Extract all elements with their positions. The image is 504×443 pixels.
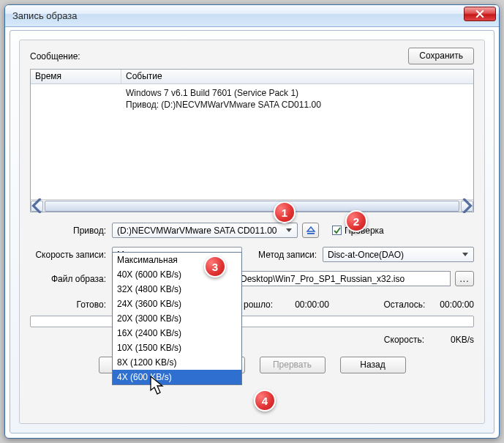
mouse-cursor-icon — [150, 376, 166, 396]
chevron-right-icon — [462, 198, 473, 213]
save-button[interactable]: Сохранить — [408, 48, 474, 64]
speed-option[interactable]: 24X (3600 KB/s) — [113, 297, 241, 311]
svg-rect-0 — [307, 233, 315, 234]
verify-checkbox[interactable] — [332, 226, 342, 235]
window-title: Запись образа — [12, 10, 77, 21]
main-panel: Сообщение: Сохранить Время Событие Windo… — [19, 40, 485, 424]
log-body: Windows 7 v6.1 Build 7601 (Service Pack … — [31, 84, 473, 199]
eject-icon — [306, 226, 316, 235]
log-hscrollbar[interactable] — [31, 199, 473, 212]
log-line: Привод: (D:)NECVMWarVMware SATA CD011.00 — [126, 99, 473, 111]
log-header: Время Событие — [31, 70, 473, 84]
drive-select[interactable]: (D:)NECVMWarVMware SATA CD011.00 — [112, 223, 298, 238]
image-file-label: Файл образа: — [30, 274, 112, 284]
client-area: Сообщение: Сохранить Время Событие Windo… — [10, 30, 494, 433]
speed-option[interactable]: 20X (3000 KB/s) — [113, 311, 241, 326]
speed-option[interactable]: 16X (2400 KB/s) — [113, 326, 241, 340]
ellipsis-icon: ... — [459, 274, 469, 284]
speed-status-value: 0KB/s — [451, 335, 474, 345]
speed-option[interactable]: 4X (600 KB/s) — [113, 370, 241, 384]
log-col-time[interactable]: Время — [31, 70, 121, 83]
speed-option[interactable]: 10X (1500 KB/s) — [113, 340, 241, 355]
log-col-event[interactable]: Событие — [121, 70, 473, 83]
remain-label: Осталось: — [384, 299, 426, 310]
write-method-select[interactable]: Disc-at-Once(DAO) — [323, 247, 474, 262]
image-file-value: Desktop\Win7_Pro_SP1_Russian_x32.iso — [241, 274, 405, 284]
close-icon — [475, 10, 484, 18]
chevron-down-icon — [284, 224, 294, 237]
drive-value: (D:)NECVMWarVMware SATA CD011.00 — [117, 226, 277, 236]
back-button[interactable]: Назад — [340, 357, 406, 373]
close-button[interactable] — [464, 7, 496, 21]
message-label: Сообщение: — [30, 51, 80, 62]
eject-button[interactable] — [302, 223, 319, 238]
annotation-1: 1 — [274, 201, 296, 223]
drive-label: Привод: — [30, 226, 112, 236]
write-method-label: Метод записи: — [242, 250, 323, 260]
browse-button[interactable]: ... — [455, 271, 474, 286]
speed-status-label: Скорость: — [384, 335, 424, 345]
progress-bar — [30, 316, 474, 327]
log-list[interactable]: Время Событие Windows 7 v6.1 Build 7601 … — [30, 69, 474, 212]
speed-option[interactable]: 8X (1200 KB/s) — [113, 355, 241, 370]
write-method-value: Disc-at-Once(DAO) — [328, 250, 404, 260]
write-speed-label: Скорость записи: — [30, 250, 112, 260]
check-icon — [334, 227, 341, 234]
elapsed-label: рошло: — [244, 299, 273, 310]
annotation-3: 3 — [204, 256, 226, 278]
remain-value: 00:00:00 — [440, 299, 474, 310]
chevron-down-icon — [460, 248, 470, 261]
scroll-thumb[interactable] — [45, 201, 459, 212]
titlebar: Запись образа — [5, 5, 499, 27]
annotation-2: 2 — [345, 210, 367, 232]
dialog-window: Запись образа Сообщение: Сохранить Время… — [4, 4, 500, 439]
scroll-track[interactable] — [43, 201, 461, 212]
speed-option[interactable]: 32X (4800 KB/s) — [113, 282, 241, 297]
log-line: Windows 7 v6.1 Build 7601 (Service Pack … — [126, 87, 473, 99]
elapsed-value: 00:00:00 — [295, 299, 329, 310]
ready-label: Готово: — [30, 299, 112, 310]
scroll-left-button[interactable] — [31, 201, 43, 212]
chevron-left-icon — [31, 198, 42, 213]
abort-button: Прервать — [260, 357, 326, 373]
scroll-right-button[interactable] — [461, 201, 473, 212]
annotation-4: 4 — [254, 390, 276, 412]
